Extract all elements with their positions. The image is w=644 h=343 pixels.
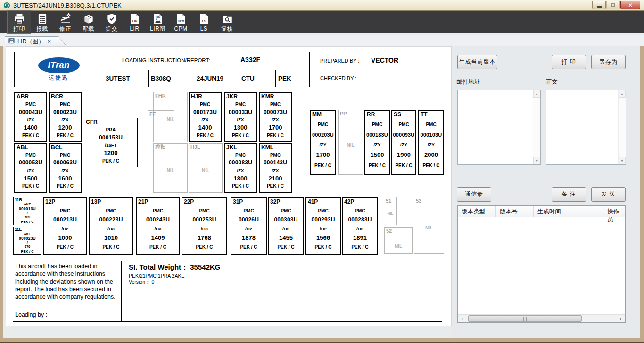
position-number: 000023U [53, 109, 77, 115]
version-table-column-1[interactable]: 版本号 [496, 206, 533, 217]
position-dest: PEK / C [267, 133, 284, 138]
send-button[interactable]: 发 送 [591, 187, 626, 202]
position-label: ABL [15, 144, 46, 151]
position-label: HJL [189, 144, 222, 150]
position-dest: PEK / C [395, 163, 412, 168]
position-content: AKE000023U/676PEK / C [14, 232, 41, 254]
version-label: Version： [129, 279, 150, 285]
scroll-right-icon[interactable]: ► [618, 315, 625, 322]
position-number: 000073U [264, 109, 287, 115]
nil-label: NIL [166, 168, 174, 173]
position-dest: PEK / C [57, 245, 74, 250]
save-as-button[interactable]: 另存为 [591, 55, 626, 69]
scroll-left-icon[interactable]: ◄ [458, 315, 465, 322]
scroll-down-icon[interactable]: ▼ [619, 157, 626, 164]
email-address-area: ▲ ▼ [457, 90, 541, 165]
hscroll-thumb[interactable] [468, 315, 582, 322]
position-box-KMR: KMRPMC000073U/ZX1700PEK / C [259, 92, 292, 142]
position-dest: PEK / C [197, 133, 214, 138]
position-box-31P: 31PPMC00026U/H21878PEK / C [231, 197, 267, 255]
version-table-column-2[interactable]: 生成时间 [534, 206, 604, 217]
position-number: 000043U [19, 109, 42, 115]
position-weight: 1891 [353, 234, 367, 241]
position-hold: /H2 [320, 226, 327, 231]
position-label: CFR [84, 118, 137, 125]
position-content: PMC000203U/ZY1700PEK / C [311, 118, 335, 174]
contacts-button[interactable]: 通信录 [457, 187, 491, 202]
position-uld: PMC [60, 208, 70, 213]
version-table-column-3[interactable]: 操作员 [603, 206, 625, 217]
position-dest: PEK / C [149, 245, 166, 250]
position-number: 000153U [99, 134, 123, 141]
position-content: PMC000183U/ZY1500PEK / C [365, 118, 389, 174]
position-box-ABR: ABRPMC000043U/ZX1400PEK / C [14, 92, 47, 142]
position-content: PMC000213U/H21000PEK / C [44, 205, 86, 254]
position-hold: / [27, 241, 28, 244]
position-uld: PMC [372, 122, 382, 127]
position-weight: 1300 [234, 124, 248, 131]
position-hold: /ZY [400, 142, 407, 147]
position-label: MM [311, 111, 335, 118]
position-dest: PEK / C [102, 245, 119, 250]
position-hold: /ZX [237, 168, 244, 173]
position-number: 000303U [274, 216, 297, 223]
position-box-SS: SSPMC000093U/ZY1900PEK / C [391, 110, 416, 175]
position-uld: PMC [25, 153, 36, 158]
position-label: BCR [50, 93, 81, 100]
version-table-column-0[interactable]: 版本类型 [458, 206, 496, 217]
position-weight: 1500 [24, 175, 38, 182]
position-hold: /ZX [272, 117, 279, 122]
position-label: PP [339, 110, 363, 116]
position-box-TT: TTPMC000103U/ZY2000PEK / C [418, 110, 444, 175]
print-panel-button[interactable]: 打 印 [552, 55, 586, 69]
position-label: 11L [14, 227, 41, 232]
position-hold: /ZX [272, 168, 279, 173]
generate-version-button[interactable]: 生成当前版本 [457, 55, 497, 69]
position-dest: PEK / C [21, 249, 33, 253]
scroll-up-icon[interactable]: ▲ [619, 90, 626, 98]
scroll-down-icon[interactable]: ▼ [533, 157, 540, 164]
position-content: PMC000073U/ZX1700PEK / C [260, 100, 291, 141]
email-address-input[interactable] [458, 90, 533, 164]
position-number: 00026U [239, 216, 259, 223]
position-dest: PEK / C [22, 183, 39, 188]
email-scrollbar[interactable]: ▲ ▼ [533, 90, 540, 164]
position-uld: PMC [243, 208, 254, 213]
position-box-HJR: HJRPMC000173U/ZX1400PEK / C [189, 92, 222, 142]
position-weight: 1768 [198, 234, 211, 241]
position-weight: 1400 [198, 124, 212, 131]
position-weight: 589 [25, 215, 31, 219]
position-content: PMC000253U/H31768PEK / C [182, 205, 226, 254]
position-weight: 1010 [104, 234, 118, 241]
remarks-button[interactable]: 备 注 [552, 187, 586, 202]
position-uld: PMC [281, 208, 291, 213]
position-weight: 1700 [269, 124, 282, 131]
position-label: JKR [225, 93, 256, 100]
position-weight: 1700 [316, 151, 330, 158]
position-content: PMC000103U/ZY2000PEK / C [419, 118, 443, 174]
position-hold: /H3 [201, 226, 208, 231]
scroll-up-icon[interactable]: ▲ [533, 90, 540, 98]
position-label: RR [365, 111, 389, 118]
position-label: 32P [269, 198, 303, 205]
version-table-hscrollbar[interactable]: ◄ ► [458, 314, 625, 322]
position-content: PMC000093U/ZY1900PEK / C [392, 118, 415, 174]
position-number: 000063U [53, 159, 77, 166]
position-dest: PEK / C [351, 245, 368, 250]
position-hold: /H3 [107, 226, 115, 231]
position-uld: AKE [24, 203, 31, 206]
window-frame-right [640, 46, 644, 338]
body-text-input[interactable] [546, 90, 618, 164]
position-content: PMC000043U/ZX1400PEK / C [15, 100, 46, 141]
body-scrollbar[interactable]: ▲ ▼ [618, 90, 626, 164]
position-box-11R: 11RAKE000013U/589PEK / C [13, 197, 41, 225]
position-box-11L: 11LAKE000023U/676PEK / C [13, 227, 41, 255]
position-label: BCL [50, 144, 81, 151]
position-number: 000243U [146, 216, 170, 223]
position-content: PMC000023U/ZX1200PEK / C [50, 100, 81, 141]
position-weight: 676 [25, 245, 31, 249]
version-value: 0 [151, 279, 154, 285]
position-weight: 2000 [424, 151, 438, 158]
position-content: NIL [154, 150, 187, 192]
position-uld: PMC [318, 122, 328, 127]
